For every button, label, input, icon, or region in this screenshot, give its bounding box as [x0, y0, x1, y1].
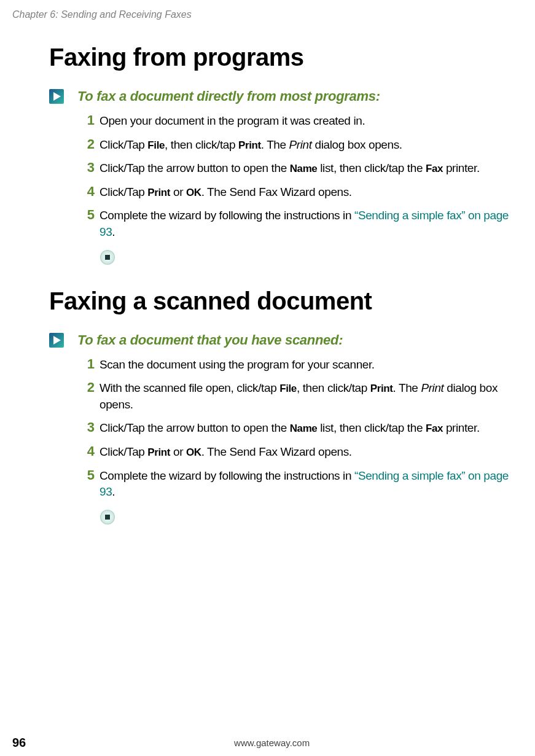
svg-rect-3: [105, 255, 110, 260]
bold-text: Print: [238, 139, 261, 151]
bold-text: File: [147, 139, 165, 151]
footer-url: www.gateway.com: [26, 738, 518, 748]
step-number: 2: [77, 137, 95, 154]
step-text: Complete the wizard by following the ins…: [100, 468, 518, 501]
italic-text: Print: [421, 381, 443, 394]
page-footer: 96 www.gateway.com: [12, 736, 518, 750]
svg-rect-7: [105, 515, 110, 520]
step-row: 2With the scanned file open, click/tap F…: [77, 380, 518, 413]
step-row: 1Open your document in the program it wa…: [77, 113, 518, 130]
italic-text: Print: [289, 138, 312, 151]
section-heading: Faxing from programs: [49, 44, 518, 71]
step-row: 3Click/Tap the arrow button to open the …: [77, 160, 518, 177]
step-text: Click/Tap Print or OK. The Send Fax Wiza…: [100, 444, 352, 461]
procedure-block: To fax a document that you have scanned:…: [49, 332, 518, 525]
plain-text: Complete the wizard by following the ins…: [100, 469, 354, 482]
plain-text: Click/Tap the arrow button to open the: [100, 162, 290, 174]
bold-text: OK: [186, 187, 201, 198]
step-number: 1: [77, 113, 95, 130]
plain-text: or: [170, 445, 186, 458]
plain-text: Click/Tap: [100, 185, 147, 198]
bold-text: Fax: [426, 423, 443, 434]
chapter-header: Chapter 6: Sending and Receiving Faxes: [12, 9, 518, 20]
plain-text: dialog box opens.: [312, 138, 402, 151]
plain-text: . The Send Fax Wizard opens.: [201, 445, 352, 458]
step-number: 4: [77, 184, 95, 201]
step-row: 4Click/Tap Print or OK. The Send Fax Wiz…: [77, 184, 518, 201]
plain-text: , then click/tap: [165, 138, 238, 151]
plain-text: or: [170, 185, 186, 198]
step-text: With the scanned file open, click/tap Fi…: [100, 380, 518, 413]
step-text: Open your document in the program it was…: [100, 113, 365, 130]
step-number: 5: [77, 208, 95, 240]
plain-text: Click/Tap: [100, 445, 147, 458]
bold-text: Name: [290, 423, 318, 434]
plain-text: , then click/tap: [297, 381, 370, 394]
plain-text: . The Send Fax Wizard opens.: [201, 185, 352, 198]
step-text: Click/Tap File, then click/tap Print. Th…: [100, 137, 402, 154]
procedure-title: To fax a document directly from most pro…: [77, 88, 380, 104]
step-number: 2: [77, 380, 95, 413]
procedure-block: To fax a document directly from most pro…: [49, 88, 518, 265]
step-row: 2Click/Tap File, then click/tap Print. T…: [77, 137, 518, 154]
plain-text: printer.: [443, 162, 480, 174]
step-text: Complete the wizard by following the ins…: [100, 208, 518, 240]
plain-text: With the scanned file open, click/tap: [100, 381, 279, 394]
play-icon: [49, 89, 64, 104]
step-number: 1: [77, 357, 95, 373]
step-row: 1Scan the document using the program for…: [77, 357, 518, 373]
play-icon: [49, 333, 64, 348]
bold-text: Print: [147, 187, 170, 198]
procedure-title: To fax a document that you have scanned:: [77, 332, 343, 348]
step-row: 4Click/Tap Print or OK. The Send Fax Wiz…: [77, 444, 518, 461]
plain-text: .: [112, 225, 115, 238]
plain-text: Open your document in the program it was…: [100, 114, 365, 127]
bold-text: Print: [147, 446, 170, 458]
step-text: Click/Tap the arrow button to open the N…: [100, 420, 480, 437]
step-row: 5Complete the wizard by following the in…: [77, 468, 518, 501]
plain-text: printer.: [443, 421, 480, 434]
bold-text: Fax: [426, 163, 443, 174]
plain-text: list, then click/tap the: [317, 162, 426, 174]
step-text: Click/Tap Print or OK. The Send Fax Wiza…: [100, 184, 352, 201]
step-number: 3: [77, 160, 95, 177]
plain-text: Click/Tap the arrow button to open the: [100, 421, 290, 434]
plain-text: Click/Tap: [100, 138, 147, 151]
step-number: 4: [77, 444, 95, 461]
step-number: 5: [77, 468, 95, 501]
step-text: Scan the document using the program for …: [100, 357, 375, 373]
plain-text: . The: [393, 381, 421, 394]
bold-text: Name: [290, 163, 318, 174]
page-number: 96: [12, 736, 26, 750]
end-marker-icon: [100, 249, 518, 265]
plain-text: . The: [261, 138, 289, 151]
step-number: 3: [77, 420, 95, 437]
plain-text: Scan the document using the program for …: [100, 358, 375, 371]
end-marker-icon: [100, 509, 518, 525]
section-heading: Faxing a scanned document: [49, 287, 518, 315]
plain-text: .: [112, 485, 115, 498]
plain-text: list, then click/tap the: [317, 421, 426, 434]
step-text: Click/Tap the arrow button to open the N…: [100, 160, 480, 177]
bold-text: File: [279, 383, 297, 394]
step-row: 3Click/Tap the arrow button to open the …: [77, 420, 518, 437]
bold-text: OK: [186, 446, 201, 458]
bold-text: Print: [370, 383, 393, 394]
plain-text: Complete the wizard by following the ins…: [100, 209, 354, 222]
step-row: 5Complete the wizard by following the in…: [77, 208, 518, 240]
